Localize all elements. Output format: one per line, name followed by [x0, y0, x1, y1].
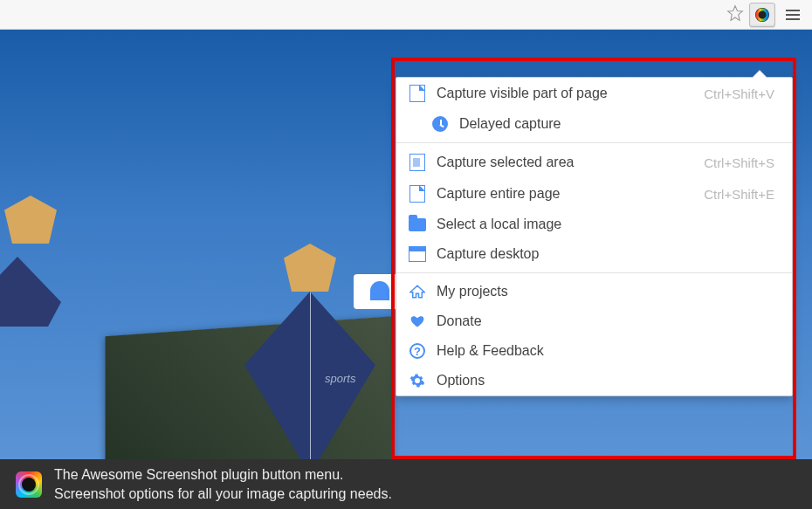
menu-item-label: Select a local image: [437, 217, 774, 232]
caption-line-2: Screenshot options for all your image ca…: [54, 485, 392, 504]
heart-icon: [409, 314, 426, 328]
capture-visible-item[interactable]: Capture visible part of page Ctrl+Shift+…: [396, 78, 792, 109]
svg-marker-0: [728, 6, 743, 21]
menu-item-label: Capture entire page: [437, 186, 693, 202]
menu-item-label: Capture visible part of page: [437, 86, 693, 101]
menu-item-label: Donate: [437, 313, 774, 329]
menu-item-label: Options: [437, 373, 774, 389]
kite-label: sports: [325, 372, 355, 385]
browser-toolbar: [0, 0, 812, 30]
menu-item-label: Capture desktop: [437, 246, 774, 262]
help-icon: ?: [409, 343, 426, 359]
menu-item-shortcut: Ctrl+Shift+V: [704, 86, 774, 101]
avatar-pentagon-1: [4, 196, 57, 265]
menu-divider: [396, 142, 792, 143]
options-item[interactable]: Options: [396, 366, 792, 396]
awesome-screenshot-app-icon: [16, 471, 42, 498]
home-icon: [409, 285, 426, 299]
timer-icon: [431, 116, 449, 132]
menu-item-shortcut: Ctrl+Shift+S: [704, 155, 774, 170]
page-area-icon: [409, 154, 426, 171]
delayed-capture-item[interactable]: Delayed capture: [396, 109, 792, 139]
caption-text: The Awesome Screenshot plugin button men…: [54, 465, 392, 503]
extension-menu-popup: Capture visible part of page Ctrl+Shift+…: [396, 77, 793, 396]
kite-graphic: sports: [244, 292, 375, 459]
capture-desktop-item[interactable]: Capture desktop: [396, 239, 792, 269]
help-feedback-item[interactable]: ? Help & Feedback: [396, 336, 792, 366]
browser-icon: [409, 246, 426, 262]
avatar-shirt-1: [0, 257, 61, 327]
menu-item-label: My projects: [437, 284, 774, 299]
page-corner-icon: [409, 185, 426, 203]
caption-line-1: The Awesome Screenshot plugin button men…: [54, 465, 392, 485]
menu-divider: [396, 272, 792, 273]
folder-icon: [409, 218, 426, 231]
awesome-screenshot-extension-button[interactable]: [749, 3, 775, 27]
capture-entire-page-item[interactable]: Capture entire page Ctrl+Shift+E: [396, 178, 792, 210]
menu-item-shortcut: Ctrl+Shift+E: [704, 187, 774, 202]
menu-item-label: Help & Feedback: [437, 343, 774, 359]
my-projects-item[interactable]: My projects: [396, 277, 792, 306]
page-corner-icon: [409, 85, 426, 102]
menu-item-label: Delayed capture: [459, 116, 774, 132]
caption-bar: The Awesome Screenshot plugin button men…: [0, 459, 812, 509]
select-local-image-item[interactable]: Select a local image: [396, 210, 792, 239]
capture-selected-area-item[interactable]: Capture selected area Ctrl+Shift+S: [396, 147, 792, 178]
page-content: sports Capture visible part of page Ctrl…: [0, 30, 812, 459]
donate-item[interactable]: Donate: [396, 306, 792, 336]
tooltip-avatar-icon: [370, 281, 389, 300]
bookmark-star-icon[interactable]: [726, 4, 744, 25]
chrome-menu-icon[interactable]: [781, 10, 805, 20]
menu-item-label: Capture selected area: [437, 155, 693, 170]
cog-icon: [409, 373, 426, 389]
